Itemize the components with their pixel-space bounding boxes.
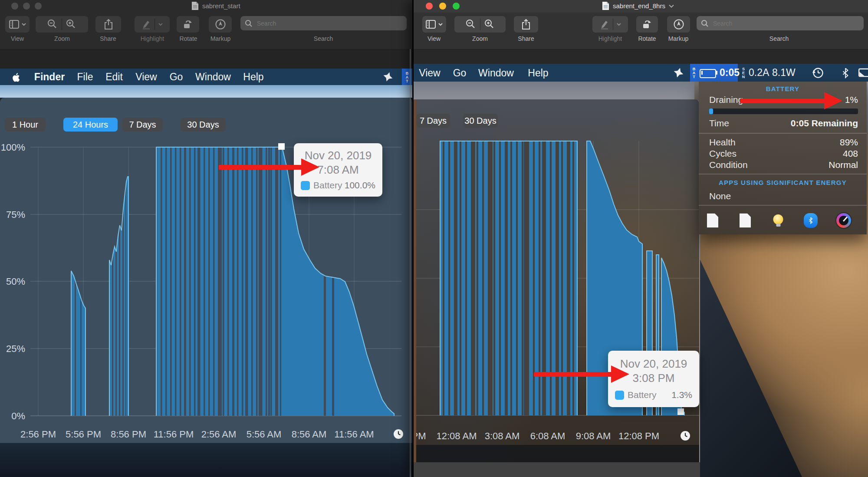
search-field[interactable]: [697, 16, 864, 30]
menu-go[interactable]: Go: [170, 71, 183, 83]
share-button[interactable]: [514, 16, 538, 33]
highlight-button[interactable]: [135, 16, 170, 33]
highlighter-icon: [599, 19, 610, 30]
battery-progress-fill: [709, 109, 713, 114]
tray-watts[interactable]: 8.1W: [772, 67, 796, 79]
zoom-window-button[interactable]: [453, 3, 460, 10]
lightbulb-icon[interactable]: [773, 214, 783, 227]
condition-label: Condition: [709, 160, 748, 170]
x-tick: 8:56 PM: [102, 429, 155, 440]
legend-series: Battery: [628, 390, 657, 400]
search-label: Search: [769, 35, 789, 42]
x-tick: 2:56 AM: [193, 429, 245, 440]
chevron-down-icon: [617, 23, 621, 26]
highlight-button[interactable]: [592, 16, 628, 33]
close-button[interactable]: [11, 3, 18, 10]
search-icon: [701, 20, 709, 27]
avast-tray-icon[interactable]: [383, 72, 393, 82]
highlighter-icon: [141, 19, 151, 30]
zoom-window-button[interactable]: [35, 3, 42, 10]
search-input[interactable]: [256, 20, 399, 27]
markup-button[interactable]: [667, 16, 690, 33]
search-input[interactable]: [712, 20, 856, 27]
document-icon: [191, 1, 199, 10]
clock-icon[interactable]: [680, 431, 690, 441]
window-title: sabrent_start: [191, 1, 240, 10]
y-tick: 100%: [0, 142, 25, 153]
cycles-value: 408: [843, 148, 858, 159]
sensor-tray-label[interactable]: SEN: [741, 67, 746, 79]
menu-window[interactable]: Window: [195, 71, 231, 83]
battery-tray-group-selected[interactable]: BAT 0:05: [690, 64, 738, 82]
legend-value: 1.3%: [671, 390, 692, 400]
x-tick: 5:56 AM: [238, 429, 290, 440]
rotate-label: Rotate: [638, 35, 656, 42]
apps-value: None: [709, 191, 731, 201]
markup-button[interactable]: [209, 16, 232, 33]
menu-window[interactable]: Window: [478, 67, 514, 79]
condition-row: Condition Normal: [709, 159, 858, 171]
menu-go[interactable]: Go: [453, 67, 467, 79]
x-tick: 2:56 PM: [12, 429, 64, 440]
x-tick: 11:56 AM: [328, 429, 380, 440]
zoom-label: Zoom: [472, 35, 488, 42]
right-bottom-strip: [414, 462, 700, 477]
view-button[interactable]: [422, 16, 446, 33]
data-point-marker[interactable]: [278, 143, 285, 150]
y-tick: 50%: [0, 276, 25, 287]
left-content-menubar: Finder File Edit View Go Window Help BAT: [0, 69, 412, 85]
rotate-button[interactable]: [636, 16, 658, 33]
clock-icon[interactable]: [393, 429, 404, 439]
window-title[interactable]: sabrent_end_8hrs: [602, 1, 674, 10]
share-button[interactable]: [95, 16, 121, 33]
x-tick: 5:56 PM: [57, 429, 109, 440]
health-row: Health 89%: [709, 136, 858, 148]
x-tick: 8:56 AM: [283, 429, 335, 440]
menu-file[interactable]: File: [77, 71, 93, 83]
apps-row: None: [709, 190, 858, 202]
tray-amps[interactable]: 0.2A: [749, 67, 769, 79]
search-field[interactable]: [240, 16, 407, 30]
left-titlebar: sabrent_start: [0, 0, 412, 13]
close-button[interactable]: [426, 3, 433, 10]
menu-edit[interactable]: Edit: [105, 71, 123, 83]
zoom-buttons[interactable]: [454, 16, 506, 33]
x-tick: 3:08 AM: [476, 431, 528, 442]
zoom-buttons[interactable]: [36, 16, 88, 33]
rotate-button[interactable]: [177, 16, 199, 33]
apple-menu-icon[interactable]: [11, 72, 20, 82]
minimize-button[interactable]: [439, 3, 446, 10]
left-wallpaper-sky: [0, 85, 412, 98]
time-machine-icon[interactable]: [812, 67, 824, 79]
view-label: View: [11, 35, 24, 42]
data-point-marker[interactable]: [677, 408, 684, 415]
highlight-label: Highlight: [598, 35, 622, 42]
zoom-in-icon: [66, 19, 76, 30]
gauge-app-icon[interactable]: [835, 212, 852, 229]
display-mirroring-icon[interactable]: [858, 68, 868, 78]
view-button[interactable]: [5, 16, 30, 33]
title-chevron-icon[interactable]: [669, 4, 674, 8]
bluetooth-tray-icon[interactable]: [841, 67, 850, 79]
right-chart-window: 7 Days 30 Days: [416, 99, 700, 462]
health-value: 89%: [840, 137, 858, 148]
markup-label: Markup: [210, 35, 231, 42]
zoom-in-icon: [484, 19, 495, 30]
menu-help[interactable]: Help: [243, 71, 263, 83]
minimize-button[interactable]: [23, 3, 30, 10]
left-preview-window: sabrent_start View: [0, 0, 412, 477]
menu-view[interactable]: View: [135, 71, 157, 83]
zoom-out-icon: [47, 19, 58, 30]
menu-view[interactable]: View: [419, 67, 440, 79]
document-app-icon[interactable]: [740, 214, 751, 228]
menu-app-name[interactable]: Finder: [34, 71, 65, 83]
avast-tray-icon[interactable]: [673, 67, 684, 78]
ocean-water: [694, 248, 802, 477]
sidebar-icon: [9, 20, 20, 29]
menu-help[interactable]: Help: [528, 67, 548, 79]
window-divider: [410, 49, 411, 477]
x-tick: 6:08 AM: [522, 431, 574, 442]
document-app-icon[interactable]: [707, 214, 718, 228]
bluetooth-app-icon[interactable]: [804, 213, 818, 228]
panel-icon-row: [699, 210, 867, 231]
